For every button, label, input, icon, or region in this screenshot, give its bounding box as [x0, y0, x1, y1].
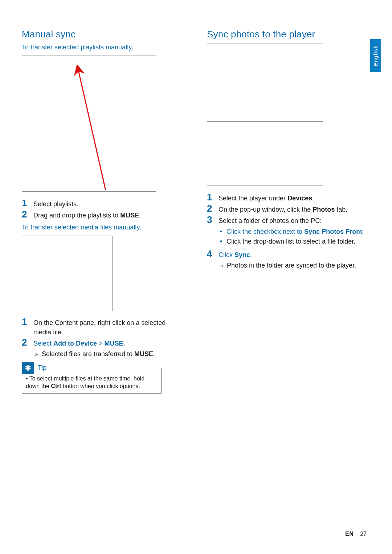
left-column: Manual sync To transfer selected playlis…	[22, 22, 185, 394]
lead-transfer-media: To transfer selected media files manuall…	[22, 224, 185, 231]
text: Select a folder of photos on the PC:	[219, 217, 322, 224]
language-label: English	[373, 45, 379, 66]
steps-media: 1 On the Content pane, right click on a …	[22, 317, 185, 359]
step-result: » Selected files are transferred to MUSE…	[33, 350, 155, 359]
right-column: Sync photos to the player 1 Select the p…	[207, 22, 370, 394]
steps-photos: 1 Select the player under Devices. 2 On …	[207, 192, 370, 270]
result-text: Selected files are transferred to MUSE.	[42, 350, 155, 359]
sub-bullets: Click the checkbox next to Sync Photos F…	[219, 227, 364, 246]
svg-line-0	[78, 70, 106, 190]
tip-header: ✱ Tip	[22, 362, 49, 374]
steps-playlists: 1 Select playlists. 2 Drag and drop the …	[22, 198, 185, 220]
text-bold: Ctrl	[51, 383, 61, 389]
step-number: 1	[22, 317, 28, 337]
step-2: 2 Drag and drop the playlists to MUSE.	[22, 209, 185, 220]
text: tab.	[335, 206, 347, 213]
step-2: 2 On the pop-up window, click the Photos…	[207, 204, 370, 214]
step-text: Select Add to Device > MUSE. » Selected …	[33, 338, 155, 359]
text: Select	[33, 340, 53, 347]
step-number: 2	[22, 338, 28, 359]
step-2: 2 Select Add to Device > MUSE. » Selecte…	[22, 338, 185, 359]
footer-lang: EN	[345, 531, 354, 537]
step-4: 4 Click Sync. » Photos in the folder are…	[207, 249, 370, 270]
step-number: 4	[207, 249, 213, 270]
text: Drag and drop the playlists to	[33, 212, 120, 219]
lead-transfer-playlists: To transfer selected playlists manually,	[22, 44, 185, 51]
step-number: 2	[207, 204, 213, 214]
document-page: English Manual sync To transfer selected…	[0, 0, 392, 554]
step-number: 3	[207, 215, 213, 248]
result-marker-icon: »	[35, 350, 38, 359]
text: .	[250, 251, 252, 258]
text: >	[97, 340, 105, 347]
text-bold: Photos	[313, 206, 335, 213]
language-tab: English	[370, 39, 381, 72]
step-text: On the pop-up window, click the Photos t…	[219, 204, 347, 214]
footer-page-number: 27	[360, 531, 367, 537]
illustration-media	[22, 236, 113, 311]
asterisk-icon: ✱	[22, 362, 34, 374]
tip-box: ✱ Tip To select multiple files at the sa…	[22, 368, 162, 394]
result-text: Photos in the folder are synced to the p…	[227, 261, 356, 270]
tip-label: Tip	[38, 364, 49, 372]
step-number: 2	[22, 209, 28, 220]
tip-text: To select multiple files at the same tim…	[26, 375, 158, 390]
step-1: 1 Select playlists.	[22, 198, 185, 209]
step-3: 3 Select a folder of photos on the PC: C…	[207, 215, 370, 248]
two-column-layout: Manual sync To transfer selected playlis…	[22, 22, 370, 394]
text-bold: MUSE	[120, 212, 139, 219]
text: On the pop-up window, click the	[219, 206, 313, 213]
text: .	[312, 195, 314, 202]
text: Click	[219, 251, 234, 258]
bullet: Click the drop-down list to select a fil…	[219, 237, 364, 246]
heading-sync-photos: Sync photos to the player	[207, 29, 370, 40]
text: .	[153, 350, 155, 358]
text-bold: Sync Photos From	[304, 228, 362, 235]
arrow-icon	[22, 56, 156, 192]
text-bold: Add to Device	[53, 340, 97, 347]
section-rule	[22, 22, 185, 22]
step-number: 1	[207, 192, 213, 203]
step-text: Click Sync. » Photos in the folder are s…	[219, 249, 356, 270]
step-result: » Photos in the folder are synced to the…	[219, 261, 356, 270]
text: .	[139, 212, 141, 219]
step-text: Drag and drop the playlists to MUSE.	[33, 209, 141, 220]
text: .	[123, 340, 125, 347]
text: ;	[362, 228, 364, 235]
text: button when you click options.	[61, 383, 140, 389]
step-text: Select playlists.	[33, 198, 78, 209]
bullet: Click the checkbox next to Sync Photos F…	[219, 227, 364, 236]
result-marker-icon: »	[220, 261, 223, 270]
step-text: On the Content pane, right click on a se…	[33, 317, 185, 337]
step-text: Select the player under Devices.	[219, 192, 314, 203]
step-number: 1	[22, 198, 28, 209]
illustration-photos-1	[207, 44, 323, 116]
text: Select the player under	[219, 195, 287, 202]
text-bold: Devices	[287, 195, 312, 202]
step-text: Select a folder of photos on the PC: Cli…	[219, 215, 364, 248]
step-1: 1 Select the player under Devices.	[207, 192, 370, 203]
illustration-photos-2	[207, 121, 323, 186]
heading-manual-sync: Manual sync	[22, 29, 185, 40]
text-bold: MUSE	[105, 340, 123, 347]
page-footer: EN27	[345, 531, 367, 537]
text-bold: MUSE	[134, 350, 153, 358]
section-rule	[207, 22, 370, 22]
text-bold: Sync	[234, 251, 250, 258]
text: Selected files are transferred to	[42, 350, 134, 358]
step-1: 1 On the Content pane, right click on a …	[22, 317, 185, 337]
text: Click the checkbox next to	[226, 228, 304, 235]
illustration-playlists	[22, 56, 156, 192]
